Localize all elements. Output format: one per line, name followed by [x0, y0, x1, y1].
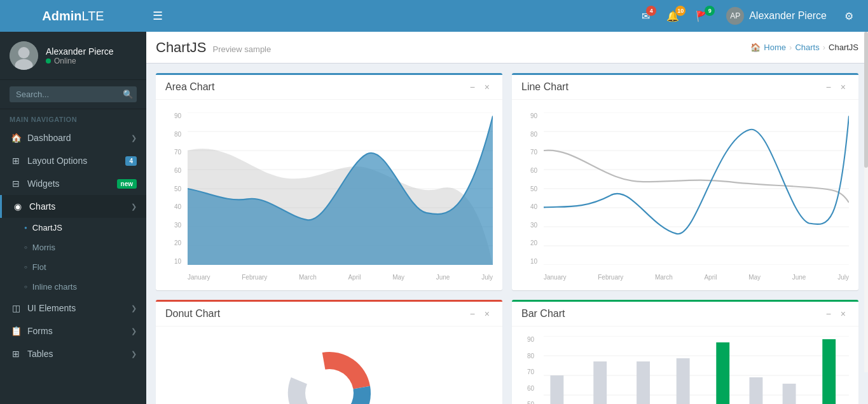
breadcrumb: 🏠 Home › Charts › ChartJS: [750, 43, 858, 52]
ui-label: UI Elements: [27, 303, 126, 313]
forms-label: Forms: [27, 326, 126, 336]
bar-chart-svg: [544, 336, 849, 404]
search-button[interactable]: 🔍: [123, 90, 134, 99]
area-chart-box: Area Chart − × 90 80 70 60 50: [156, 73, 502, 290]
scrollbar-thumb[interactable]: [864, 32, 868, 168]
flot-dot: ○: [24, 264, 27, 270]
bar-chart-minimize[interactable]: −: [823, 308, 834, 320]
widgets-badge: new: [117, 179, 137, 189]
sidebar-item-widgets[interactable]: ⊟ Widgets new: [0, 172, 146, 195]
sidebar-item-morris[interactable]: ○ Morris: [0, 238, 146, 257]
layout-badge: 4: [125, 156, 137, 166]
page-title: ChartJS: [156, 39, 206, 56]
flags-button[interactable]: 🚩9: [691, 7, 713, 25]
charts-label: Charts: [29, 201, 126, 212]
bar-chart-close[interactable]: ×: [837, 308, 849, 320]
tables-arrow: ❯: [131, 350, 137, 358]
forms-arrow: ❯: [131, 327, 137, 335]
donut-chart-title: Donut Chart: [165, 308, 220, 320]
line-chart-minimize[interactable]: −: [823, 81, 834, 93]
page-title-group: ChartJS Preview sample: [156, 39, 271, 56]
bar-chart-container: 90 80 70 60 50 40: [518, 333, 852, 404]
content-body: Area Chart − × 90 80 70 60 50: [146, 64, 868, 404]
area-chart-svg: [188, 112, 493, 265]
content-header: ChartJS Preview sample 🏠 Home › Charts ›…: [146, 32, 868, 64]
flot-label: Flot: [32, 262, 46, 272]
charts-arrow: ❯: [131, 203, 137, 211]
scrollbar-track[interactable]: [864, 32, 868, 372]
flags-badge: 9: [705, 6, 715, 16]
settings-button[interactable]: ⚙: [839, 7, 858, 25]
sidebar-username: Alexander Pierce: [46, 46, 114, 57]
sidebar-item-inline-charts[interactable]: ○ Inline charts: [0, 277, 146, 297]
breadcrumb-home-icon: 🏠: [750, 43, 761, 52]
brand-lte: LTE: [82, 9, 104, 23]
sidebar-toggle-button[interactable]: ☰: [146, 6, 169, 26]
line-chart-svg: [544, 112, 849, 265]
area-chart-container: 90 80 70 60 50 40 30 20 10: [162, 106, 496, 284]
user-menu[interactable]: AP Alexander Pierce: [720, 4, 833, 28]
svg-rect-30: [593, 361, 607, 404]
svg-point-1: [18, 47, 30, 58]
sidebar-item-dashboard[interactable]: 🏠 Dashboard ❯: [0, 126, 146, 149]
area-chart-minimize[interactable]: −: [467, 81, 478, 93]
bar-chart-box: Bar Chart − × 90 80 70 60 50: [512, 300, 858, 404]
donut-chart-header: Donut Chart − ×: [156, 302, 502, 327]
breadcrumb-sep1: ›: [789, 43, 792, 52]
sidebar-item-charts[interactable]: ◉ Charts ❯: [0, 195, 146, 218]
main-wrapper: Alexander Pierce Online 🔍 MAIN NAVIGATIO…: [0, 32, 868, 404]
user-status: Online: [46, 57, 114, 65]
navbar-right: ✉4 🔔10 🚩9 AP Alexander Pierce ⚙: [637, 4, 858, 28]
sidebar-item-tables[interactable]: ⊞ Tables ❯: [0, 342, 146, 365]
svg-rect-34: [716, 342, 729, 404]
search-input[interactable]: [16, 90, 123, 99]
dashboard-arrow: ❯: [131, 134, 137, 142]
sidebar-item-flot[interactable]: ○ Flot: [0, 257, 146, 277]
brand-admin: Admin: [42, 9, 81, 23]
breadcrumb-charts-link[interactable]: Charts: [795, 43, 819, 52]
line-chart-close[interactable]: ×: [837, 81, 849, 93]
area-y-labels: 90 80 70 60 50 40 30 20 10: [162, 112, 184, 265]
donut-chart-close[interactable]: ×: [481, 308, 493, 320]
line-chart-title: Line Chart: [521, 81, 568, 93]
avatar: [10, 41, 38, 70]
line-y-labels: 90 80 70 60 50 40 30 20 10: [518, 112, 541, 265]
forms-icon: 📋: [10, 326, 22, 336]
layout-label: Layout Options: [27, 156, 120, 166]
sidebar-item-forms[interactable]: 📋 Forms ❯: [0, 320, 146, 342]
svg-rect-37: [822, 339, 836, 404]
chartjs-dot: ●: [24, 225, 27, 231]
area-x-labels: January February March April May June Ju…: [188, 274, 493, 281]
charts-icon: ◉: [11, 201, 24, 212]
content-wrapper: ChartJS Preview sample 🏠 Home › Charts ›…: [146, 32, 868, 404]
email-button[interactable]: ✉4: [637, 7, 655, 25]
chartjs-label: ChartJS: [32, 223, 62, 232]
line-chart-box: Line Chart − × 90 80 70 60 50: [512, 73, 858, 290]
dashboard-icon: 🏠: [10, 133, 22, 143]
user-avatar-small: AP: [726, 7, 744, 25]
line-chart-container: 90 80 70 60 50 40 30 20 10: [518, 106, 852, 284]
area-chart-header: Area Chart − ×: [156, 75, 502, 100]
svg-rect-28: [550, 375, 563, 404]
top-navbar: AdminLTE ☰ ✉4 🔔10 🚩9 AP Alexander Pierce…: [0, 0, 868, 32]
search-box: 🔍: [0, 80, 146, 109]
sidebar-item-layout[interactable]: ⊞ Layout Options 4: [0, 149, 146, 172]
donut-chart-minimize[interactable]: −: [467, 308, 478, 320]
area-chart-close[interactable]: ×: [481, 81, 493, 93]
nav-section-label: MAIN NAVIGATION: [0, 109, 146, 126]
search-form: 🔍: [10, 86, 137, 102]
breadcrumb-sep2: ›: [823, 43, 825, 52]
bar-chart-tools: − ×: [823, 308, 849, 320]
line-chart-body: 90 80 70 60 50 40 30 20 10: [512, 100, 858, 290]
sidebar-item-chartjs[interactable]: ● ChartJS: [0, 218, 146, 238]
breadcrumb-home-link[interactable]: Home: [764, 43, 786, 52]
avatar-image: [10, 41, 38, 70]
notifications-button[interactable]: 🔔10: [661, 7, 684, 25]
area-chart-title: Area Chart: [165, 81, 214, 93]
inline-charts-dot: ○: [24, 284, 27, 290]
line-x-labels: January February March April May June Ju…: [544, 274, 849, 281]
user-name-navbar: Alexander Pierce: [749, 10, 827, 22]
svg-rect-35: [749, 377, 762, 404]
morris-label: Morris: [32, 243, 55, 252]
sidebar-item-ui-elements[interactable]: ◫ UI Elements ❯: [0, 297, 146, 320]
